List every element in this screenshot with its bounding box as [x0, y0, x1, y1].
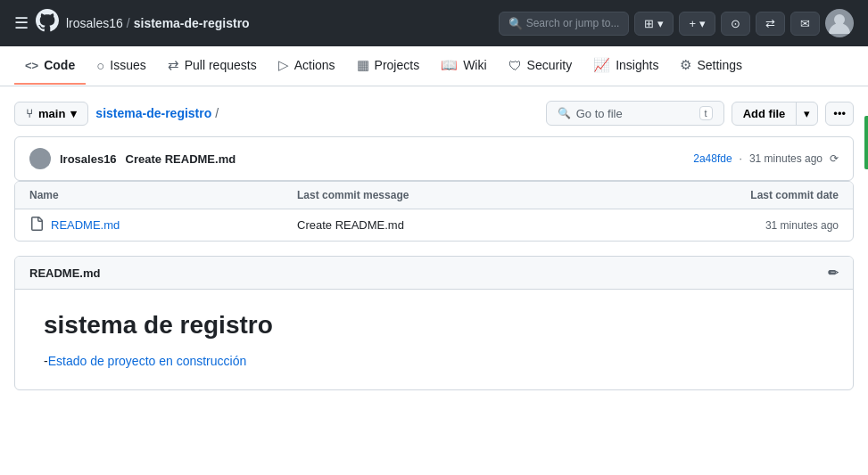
edit-icon[interactable]: ✏ — [828, 266, 839, 280]
add-file-button[interactable]: Add file ▾ — [732, 102, 819, 126]
pullreqs-button[interactable]: ⇄ — [756, 12, 785, 36]
readme-panel: README.md ✏ sistema de registro -Estado … — [14, 256, 854, 390]
branch-icon: ⑂ — [26, 107, 33, 120]
file-name-cell: README.md — [29, 217, 297, 233]
tab-actions-label: Actions — [294, 58, 335, 72]
inbox-icon: ✉ — [800, 17, 810, 30]
nav-left: ☰ lrosales16 / sistema-de-registro — [14, 9, 492, 38]
branch-chevron: ▾ — [70, 107, 77, 120]
plus-chevron: ▾ — [699, 17, 706, 30]
file-icon — [29, 217, 44, 233]
issues-button[interactable]: ⊙ — [721, 12, 750, 36]
tab-projects-label: Projects — [375, 58, 420, 72]
issues-icon: ⊙ — [731, 17, 740, 30]
tab-insights-label: Insights — [616, 58, 658, 72]
actions-icon: ▷ — [278, 57, 289, 73]
main-content: ⑂ main ▾ sistema-de-registro / 🔍 Go to f… — [0, 86, 868, 405]
pullreqs-icon: ⇄ — [765, 17, 775, 30]
commit-meta: 2a48fde · 31 minutes ago ⟳ — [693, 152, 839, 165]
tab-code-label: Code — [44, 58, 75, 72]
inbox-button[interactable]: ✉ — [790, 12, 820, 36]
commit-username[interactable]: lrosales16 — [60, 152, 117, 166]
readme-title-label: README.md — [29, 266, 100, 280]
tab-issues[interactable]: ○ Issues — [86, 47, 157, 86]
tab-settings[interactable]: ⚙ Settings — [669, 46, 753, 86]
file-table: Name Last commit message Last commit dat… — [14, 181, 854, 242]
hamburger-icon[interactable]: ☰ — [14, 13, 29, 33]
search-icon: 🔍 — [558, 107, 571, 119]
nav-separator: / — [127, 16, 130, 30]
projects-icon: ▦ — [357, 57, 369, 73]
breadcrumb: lrosales16 / sistema-de-registro — [66, 16, 250, 30]
nav-right: 🔍 Search or jump to... ⊞ ▾ + ▾ ⊙ ⇄ ✉ — [499, 9, 854, 37]
commit-avatar[interactable] — [29, 148, 51, 169]
tab-settings-label: Settings — [697, 58, 742, 72]
copilot-chevron: ▾ — [657, 17, 664, 30]
tab-wiki[interactable]: 📖 Wiki — [430, 46, 497, 86]
commit-info-bar: lrosales16 Create README.md 2a48fde · 31… — [14, 136, 854, 181]
readme-desc-link[interactable]: Estado de proyecto en construcción — [48, 354, 247, 368]
security-icon: 🛡 — [508, 58, 522, 73]
tab-insights[interactable]: 📈 Insights — [583, 46, 669, 86]
copilot-icon: ⊞ — [644, 17, 654, 30]
commit-dot: · — [740, 152, 742, 165]
readme-header: README.md ✏ — [15, 257, 853, 290]
add-file-chevron: ▾ — [797, 102, 817, 125]
copilot-button[interactable]: ⊞ ▾ — [634, 12, 674, 36]
more-options-button[interactable]: ••• — [825, 102, 854, 126]
file-name-link[interactable]: README.md — [51, 218, 120, 232]
search-label: Search or jump to... — [526, 17, 620, 29]
branch-bar: ⑂ main ▾ sistema-de-registro / 🔍 Go to f… — [14, 101, 854, 126]
github-logo[interactable] — [36, 9, 59, 38]
plus-icon: + — [689, 17, 696, 30]
branch-name: main — [38, 107, 65, 120]
tab-code[interactable]: <> Code — [14, 47, 86, 85]
settings-icon: ⚙ — [680, 57, 691, 73]
issues-icon: ○ — [96, 58, 104, 73]
repo-navigation: <> Code ○ Issues ⇄ Pull requests ▷ Actio… — [0, 46, 868, 86]
tab-pullrequests-label: Pull requests — [185, 58, 257, 72]
readme-description: -Estado de proyecto en construcción — [44, 354, 824, 368]
repo-breadcrumb-path: sistema-de-registro / — [95, 106, 538, 120]
nav-username[interactable]: lrosales16 — [66, 16, 123, 30]
pullreqs-icon: ⇄ — [168, 57, 179, 73]
tab-actions[interactable]: ▷ Actions — [268, 46, 346, 86]
avatar[interactable] — [825, 9, 854, 37]
search-icon: 🔍 — [508, 17, 523, 30]
tab-security-label: Security — [527, 58, 573, 72]
insights-icon: 📈 — [593, 57, 610, 73]
search-button[interactable]: 🔍 Search or jump to... — [499, 12, 630, 36]
goto-file-button[interactable]: 🔍 Go to file t — [546, 101, 724, 126]
col-date-header: Last commit date — [660, 189, 839, 201]
path-separator: / — [215, 106, 219, 120]
nav-reponame[interactable]: sistema-de-registro — [134, 16, 250, 30]
tab-projects[interactable]: ▦ Projects — [346, 46, 431, 86]
readme-body: sistema de registro -Estado de proyecto … — [15, 290, 853, 389]
col-message-header: Last commit message — [297, 189, 660, 201]
tab-wiki-label: Wiki — [463, 58, 486, 72]
tab-pullrequests[interactable]: ⇄ Pull requests — [157, 46, 268, 86]
file-message-cell: Create README.md — [297, 218, 660, 232]
readme-main-title: sistema de registro — [44, 311, 824, 340]
commit-time: 31 minutes ago — [749, 152, 823, 165]
repo-path-link[interactable]: sistema-de-registro — [95, 106, 211, 120]
history-icon[interactable]: ⟳ — [830, 152, 839, 165]
commit-sha[interactable]: 2a48fde — [693, 152, 732, 165]
add-file-label: Add file — [732, 102, 798, 125]
goto-label: Go to file — [576, 107, 623, 120]
plus-button[interactable]: + ▾ — [679, 12, 715, 36]
green-sidebar-bar — [864, 116, 868, 169]
commit-message: Create README.md — [126, 152, 236, 166]
col-name-header: Name — [29, 189, 297, 201]
shortcut-key: t — [699, 106, 713, 120]
table-row: README.md Create README.md 31 minutes ag… — [15, 209, 853, 241]
file-table-header: Name Last commit message Last commit dat… — [15, 182, 853, 209]
branch-selector[interactable]: ⑂ main ▾ — [14, 102, 88, 126]
file-date-cell: 31 minutes ago — [660, 219, 839, 232]
top-navigation: ☰ lrosales16 / sistema-de-registro 🔍 Sea… — [0, 0, 868, 46]
more-icon: ••• — [833, 107, 846, 120]
code-icon: <> — [25, 59, 38, 72]
tab-issues-label: Issues — [110, 58, 145, 72]
wiki-icon: 📖 — [441, 57, 458, 73]
tab-security[interactable]: 🛡 Security — [498, 47, 583, 86]
